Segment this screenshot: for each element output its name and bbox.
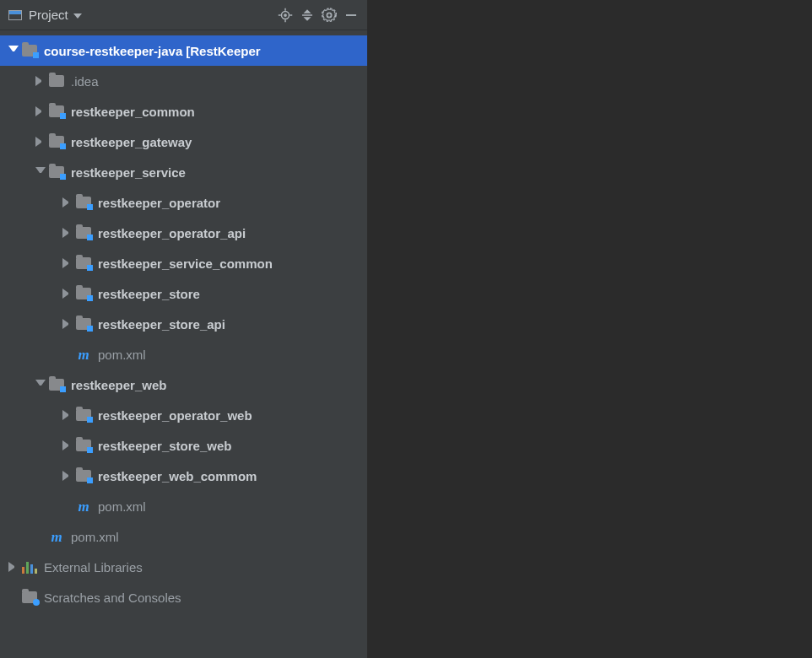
tree-node-service-pom[interactable]: m pom.xml <box>0 339 367 369</box>
expand-arrow-icon[interactable] <box>35 76 46 86</box>
module-folder-icon <box>76 470 91 482</box>
tree-node-common[interactable]: restkeeper_common <box>0 96 367 127</box>
tree-node-root[interactable]: course-restkeeper-java [RestKeeper <box>0 35 367 66</box>
expand-arrow-icon[interactable] <box>62 471 73 481</box>
node-label: restkeeper_service_common <box>98 256 273 271</box>
node-label: restkeeper_operator_api <box>98 226 246 240</box>
tree-node-operator[interactable]: restkeeper_operator <box>0 187 367 218</box>
editor-area <box>368 0 812 658</box>
module-folder-icon <box>76 318 91 330</box>
module-folder-icon <box>49 105 64 117</box>
tree-node-web-common[interactable]: restkeeper_web_commom <box>0 461 367 491</box>
tree-node-service-common[interactable]: restkeeper_service_common <box>0 248 367 278</box>
expand-arrow-icon[interactable] <box>35 106 46 116</box>
tree-node-store-api[interactable]: restkeeper_store_api <box>0 309 367 339</box>
node-label: restkeeper_store_api <box>98 317 225 332</box>
svg-point-1 <box>284 13 286 15</box>
tree-node-scratches[interactable]: Scratches and Consoles <box>0 582 367 612</box>
expand-arrow-icon[interactable] <box>35 167 46 177</box>
tree-node-operator-web[interactable]: restkeeper_operator_web <box>0 400 367 430</box>
node-label: restkeeper_gateway <box>71 135 192 149</box>
expand-icon <box>300 8 315 23</box>
node-label: pom.xml <box>98 348 146 362</box>
svg-marker-6 <box>304 9 311 13</box>
module-folder-icon <box>76 288 91 299</box>
tree-node-web-pom[interactable]: m pom.xml <box>0 491 367 521</box>
svg-point-9 <box>328 13 332 17</box>
chevron-down-icon[interactable] <box>73 13 82 19</box>
node-label: restkeeper_web_commom <box>98 469 257 483</box>
settings-button[interactable] <box>318 4 340 26</box>
expand-arrow-icon[interactable] <box>62 410 73 420</box>
minimize-icon <box>344 8 359 23</box>
panel-header: Project <box>0 0 367 30</box>
window-icon <box>8 10 22 20</box>
module-folder-icon <box>49 136 64 148</box>
project-tree[interactable]: course-restkeeper-java [RestKeeper .idea… <box>0 30 367 658</box>
tree-node-web[interactable]: restkeeper_web <box>0 369 367 400</box>
node-label: restkeeper_store <box>98 287 200 301</box>
target-icon <box>278 8 293 23</box>
node-label: restkeeper_store_web <box>98 439 231 453</box>
tree-node-operator-api[interactable]: restkeeper_operator_api <box>0 218 367 248</box>
tree-node-gateway[interactable]: restkeeper_gateway <box>0 127 367 157</box>
expand-arrow-icon[interactable] <box>62 289 73 299</box>
node-label: restkeeper_operator_web <box>98 408 252 423</box>
expand-all-button[interactable] <box>296 4 318 26</box>
module-folder-icon <box>76 227 91 239</box>
locate-button[interactable] <box>274 4 296 26</box>
maven-icon: m <box>49 530 64 543</box>
node-label: course-restkeeper-java <box>44 44 182 58</box>
tree-node-store-web[interactable]: restkeeper_store_web <box>0 430 367 461</box>
node-label: .idea <box>71 74 99 89</box>
module-folder-icon <box>22 45 37 57</box>
expand-arrow-icon[interactable] <box>8 562 19 572</box>
panel-title[interactable]: Project <box>29 8 68 22</box>
expand-arrow-icon[interactable] <box>35 380 46 390</box>
tree-node-service[interactable]: restkeeper_service <box>0 157 367 187</box>
expand-arrow-icon[interactable] <box>62 228 73 238</box>
expand-arrow-icon[interactable] <box>62 319 73 329</box>
scratches-icon <box>22 591 37 603</box>
maven-icon: m <box>76 499 91 513</box>
module-folder-icon <box>49 379 64 391</box>
node-label: External Libraries <box>44 560 143 574</box>
project-tool-window: Project <box>0 0 368 658</box>
tree-node-root-pom[interactable]: m pom.xml <box>0 521 367 552</box>
node-suffix: [RestKeeper <box>186 44 260 58</box>
expand-arrow-icon[interactable] <box>62 197 73 208</box>
module-folder-icon <box>76 197 91 208</box>
module-folder-icon <box>49 166 64 178</box>
node-label: pom.xml <box>98 499 146 514</box>
node-label: restkeeper_operator <box>98 196 220 210</box>
tree-node-external-libraries[interactable]: External Libraries <box>0 552 367 582</box>
folder-icon <box>49 75 64 87</box>
node-label: pom.xml <box>71 530 119 544</box>
expand-arrow-icon[interactable] <box>62 440 73 450</box>
svg-marker-8 <box>304 17 311 21</box>
libraries-icon <box>22 561 37 574</box>
node-label: Scratches and Consoles <box>44 591 181 605</box>
tree-node-store[interactable]: restkeeper_store <box>0 278 367 309</box>
maven-icon: m <box>76 348 91 361</box>
expand-arrow-icon[interactable] <box>35 137 46 147</box>
module-folder-icon <box>76 409 91 421</box>
node-label: restkeeper_web <box>71 378 166 392</box>
module-folder-icon <box>76 257 91 269</box>
tree-node-idea[interactable]: .idea <box>0 66 367 96</box>
expand-arrow-icon[interactable] <box>62 258 73 268</box>
hide-button[interactable] <box>340 4 362 26</box>
gear-icon <box>322 8 337 23</box>
svg-rect-7 <box>302 14 312 16</box>
module-folder-icon <box>76 440 91 451</box>
expand-arrow-icon[interactable] <box>8 46 19 56</box>
node-label: restkeeper_service <box>71 165 186 180</box>
node-label: restkeeper_common <box>71 105 195 119</box>
